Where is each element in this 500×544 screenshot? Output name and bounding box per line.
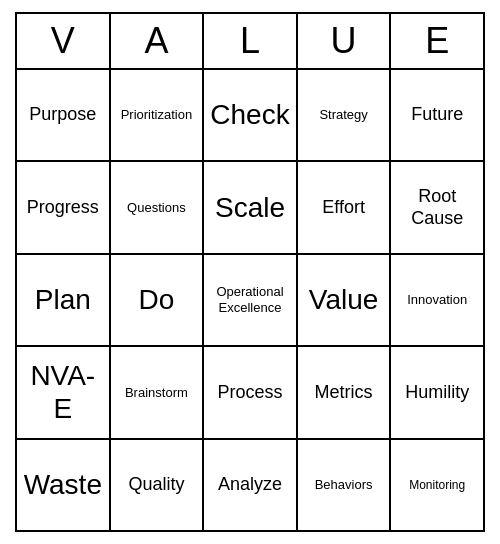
cell-text-1-2: Scale <box>215 191 285 225</box>
cell-text-3-1: Brainstorm <box>125 385 188 401</box>
cell-text-2-0: Plan <box>35 283 91 317</box>
grid-cell-0-2: Check <box>204 70 298 162</box>
header-letter-A: A <box>111 14 205 70</box>
cell-text-0-2: Check <box>210 98 289 132</box>
grid-cell-1-3: Effort <box>298 162 392 254</box>
cell-text-1-1: Questions <box>127 200 186 216</box>
grid-cell-4-4: Monitoring <box>391 440 485 532</box>
grid-cell-3-3: Metrics <box>298 347 392 439</box>
cell-text-0-3: Strategy <box>319 107 367 123</box>
grid-cell-1-1: Questions <box>111 162 205 254</box>
cell-text-2-2: OperationalExcellence <box>216 284 283 315</box>
cell-text-1-4: RootCause <box>411 186 463 229</box>
grid-cell-2-1: Do <box>111 255 205 347</box>
bingo-grid: PurposePrioritizationCheckStrategyFuture… <box>15 70 485 532</box>
header-letter-E: E <box>391 14 485 70</box>
cell-text-3-4: Humility <box>405 382 469 404</box>
header-letter-L: L <box>204 14 298 70</box>
cell-text-3-3: Metrics <box>315 382 373 404</box>
cell-text-2-1: Do <box>138 283 174 317</box>
grid-cell-3-4: Humility <box>391 347 485 439</box>
cell-text-0-4: Future <box>411 104 463 126</box>
grid-cell-3-1: Brainstorm <box>111 347 205 439</box>
cell-text-2-3: Value <box>309 283 379 317</box>
bingo-card: VALUE PurposePrioritizationCheckStrategy… <box>15 12 485 532</box>
header-letter-V: V <box>17 14 111 70</box>
cell-text-3-0: NVA-E <box>30 359 95 426</box>
cell-text-4-2: Analyze <box>218 474 282 496</box>
grid-cell-2-3: Value <box>298 255 392 347</box>
cell-text-2-4: Innovation <box>407 292 467 308</box>
cell-text-1-0: Progress <box>27 197 99 219</box>
grid-cell-0-3: Strategy <box>298 70 392 162</box>
cell-text-4-1: Quality <box>128 474 184 496</box>
grid-cell-1-4: RootCause <box>391 162 485 254</box>
grid-cell-0-1: Prioritization <box>111 70 205 162</box>
grid-cell-4-2: Analyze <box>204 440 298 532</box>
cell-text-3-2: Process <box>217 382 282 404</box>
grid-cell-4-3: Behaviors <box>298 440 392 532</box>
grid-cell-1-0: Progress <box>17 162 111 254</box>
cell-text-0-1: Prioritization <box>121 107 193 123</box>
cell-text-4-0: Waste <box>24 468 102 502</box>
bingo-header: VALUE <box>15 12 485 70</box>
cell-text-0-0: Purpose <box>29 104 96 126</box>
cell-text-4-4: Monitoring <box>409 478 465 492</box>
grid-cell-1-2: Scale <box>204 162 298 254</box>
grid-cell-4-0: Waste <box>17 440 111 532</box>
grid-cell-0-4: Future <box>391 70 485 162</box>
cell-text-4-3: Behaviors <box>315 477 373 493</box>
grid-cell-4-1: Quality <box>111 440 205 532</box>
grid-cell-2-2: OperationalExcellence <box>204 255 298 347</box>
grid-cell-0-0: Purpose <box>17 70 111 162</box>
grid-cell-2-4: Innovation <box>391 255 485 347</box>
grid-cell-3-2: Process <box>204 347 298 439</box>
grid-cell-3-0: NVA-E <box>17 347 111 439</box>
cell-text-1-3: Effort <box>322 197 365 219</box>
header-letter-U: U <box>298 14 392 70</box>
grid-cell-2-0: Plan <box>17 255 111 347</box>
